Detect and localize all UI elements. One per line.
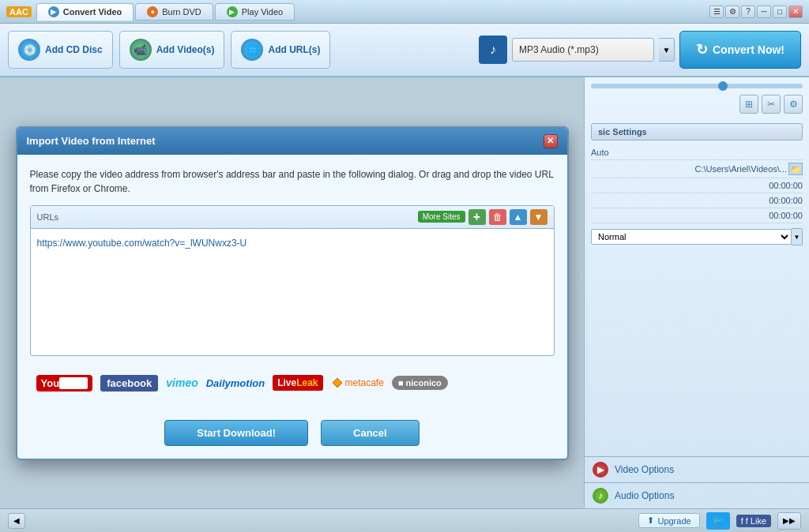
settings-path-value: C:\Users\Ariel\Videos\... xyxy=(591,164,787,174)
url-area: URLs More Sites + 🗑 ▲ ▼ https://www.yout… xyxy=(30,205,555,356)
convert-now-label: Convert Now! xyxy=(713,43,785,56)
status-nav-right[interactable]: ▶▶ xyxy=(777,512,801,530)
window-maximize-btn[interactable]: □ xyxy=(773,6,787,18)
dailymotion-logo[interactable]: Dailymotion xyxy=(206,377,265,389)
facebook-like-button[interactable]: f f Like xyxy=(736,515,771,527)
window-settings-btn[interactable]: ⚙ xyxy=(725,6,739,18)
add-video-label: Add Video(s) xyxy=(156,44,215,55)
burn-tab-icon: ● xyxy=(147,6,158,17)
twitter-button[interactable]: 🐦 xyxy=(706,512,730,530)
add-video-button[interactable]: 📹 Add Video(s) xyxy=(119,31,225,69)
tab-play[interactable]: ▶ Play Video xyxy=(215,3,295,21)
audio-options-icon: ♪ xyxy=(593,488,608,504)
settings-auto-row: Auto xyxy=(591,145,803,160)
settings-time2-row: 00:00:00 xyxy=(591,193,803,208)
quality-slider xyxy=(591,84,803,88)
add-url-label: Add URL(s) xyxy=(268,44,320,55)
settings-time1-value: 00:00:00 xyxy=(591,181,803,190)
window-menu-btn[interactable]: ☰ xyxy=(709,6,724,18)
video-options-button[interactable]: ▶ Video Options xyxy=(585,456,809,482)
start-download-button[interactable]: Start Download! xyxy=(164,420,308,446)
liveleak-logo[interactable]: LiveLeak xyxy=(273,375,322,391)
convert-now-button[interactable]: ↻ Convert Now! xyxy=(679,31,801,69)
right-panel-icons: ⊞ ✂ ⚙ xyxy=(591,95,803,114)
add-video-icon: 📹 xyxy=(130,39,152,61)
tab-burn[interactable]: ● Burn DVD xyxy=(135,3,213,21)
cut-icon-btn[interactable]: ✂ xyxy=(762,95,781,114)
toolbar: 💿 Add CD Disc 📹 Add Video(s) 🌐 Add URL(s… xyxy=(0,24,809,77)
cancel-button[interactable]: Cancel xyxy=(321,420,420,446)
quality-select[interactable]: Normal xyxy=(591,229,792,245)
browse-button[interactable]: 📁 xyxy=(788,163,803,175)
format-selector: ♪ MP3 Audio (*.mp3) ▼ ↻ Convert Now! xyxy=(479,31,801,69)
settings-time3-value: 00:00:00 xyxy=(591,211,803,220)
settings-time3-row: 00:00:00 xyxy=(591,208,803,223)
dialog-body: Please copy the video address from brows… xyxy=(17,155,567,414)
format-dropdown-arrow[interactable]: ▼ xyxy=(659,38,675,62)
tab-convert[interactable]: ▶ Convert Video xyxy=(36,3,134,21)
settings-auto-label: Auto xyxy=(591,148,609,157)
more-sites-button[interactable]: More Sites xyxy=(418,211,465,223)
url-label: URLs xyxy=(37,212,59,222)
url-up-button[interactable]: ▲ xyxy=(510,209,527,225)
site-logos: YouTube facebook vimeo Dailymotion LiveL… xyxy=(30,365,555,401)
convert-tab-icon: ▶ xyxy=(48,6,59,17)
fb-icon: f xyxy=(741,516,743,526)
add-url-button[interactable]: 🌐 Add URL(s) xyxy=(231,31,330,69)
youtube-logo[interactable]: YouTube xyxy=(36,375,93,392)
import-dialog: Import Video from Internet ✕ Please copy… xyxy=(16,126,569,460)
dialog-description: Please copy the video address from brows… xyxy=(30,167,555,196)
url-input-area[interactable]: https://www.youtube.com/watch?v=_lWUNwxz… xyxy=(31,229,554,355)
url-down-button[interactable]: ▼ xyxy=(530,209,547,225)
facebook-logo[interactable]: facebook xyxy=(100,375,158,392)
window-controls: ☰ ⚙ ? ─ □ ✕ xyxy=(709,6,803,18)
status-nav-left[interactable]: ◀ xyxy=(8,513,25,529)
content-area: Import Video from Internet ✕ Please copy… xyxy=(0,77,584,508)
metacafe-logo[interactable]: metacafe xyxy=(331,377,384,389)
window-close-btn[interactable]: ✕ xyxy=(788,6,803,18)
right-panel: ⊞ ✂ ⚙ sic Settings Auto C:\Users\Ariel\V… xyxy=(584,77,809,508)
dialog-footer: Start Download! Cancel xyxy=(17,414,567,459)
video-options-label: Video Options xyxy=(615,464,674,475)
url-actions: More Sites + 🗑 ▲ ▼ xyxy=(418,209,547,225)
slider-track[interactable] xyxy=(591,84,803,88)
upgrade-arrow-icon: ⬆ xyxy=(647,515,654,526)
niconico-logo[interactable]: ■ niconico xyxy=(392,376,448,390)
settings-section-label: sic Settings xyxy=(591,123,803,140)
music-icon[interactable]: ♪ xyxy=(479,36,507,64)
tab-burn-label: Burn DVD xyxy=(162,7,201,17)
dialog-close-button[interactable]: ✕ xyxy=(544,134,558,148)
app-logo: AAC xyxy=(6,6,32,17)
url-add-button[interactable]: + xyxy=(468,209,486,225)
dialog-header: Import Video from Internet ✕ xyxy=(17,128,567,155)
settings-icon-btn[interactable]: ⚙ xyxy=(784,95,803,114)
slider-thumb[interactable] xyxy=(718,81,728,91)
quality-select-arrow[interactable]: ▼ xyxy=(792,228,803,245)
title-tabs: ▶ Convert Video ● Burn DVD ▶ Play Video xyxy=(36,3,295,21)
tab-play-label: Play Video xyxy=(242,7,283,17)
settings-time2-value: 00:00:00 xyxy=(591,196,803,205)
add-cd-icon: 💿 xyxy=(18,39,40,61)
settings-time1-row: 00:00:00 xyxy=(591,178,803,193)
copy-icon-btn[interactable]: ⊞ xyxy=(739,95,758,114)
play-tab-icon: ▶ xyxy=(227,6,238,17)
title-bar-left: AAC ▶ Convert Video ● Burn DVD ▶ Play Vi… xyxy=(6,3,295,21)
status-bar: ◀ ⬆ Upgrade 🐦 f f Like ▶▶ xyxy=(0,508,809,532)
upgrade-button[interactable]: ⬆ Upgrade xyxy=(638,513,699,528)
window-minimize-btn[interactable]: ─ xyxy=(757,6,771,18)
url-text-value: https://www.youtube.com/watch?v=_lWUNwxz… xyxy=(37,238,247,249)
add-cd-label: Add CD Disc xyxy=(45,44,103,55)
tab-convert-label: Convert Video xyxy=(63,7,122,17)
add-url-icon: 🌐 xyxy=(241,39,263,61)
title-bar: AAC ▶ Convert Video ● Burn DVD ▶ Play Vi… xyxy=(0,0,809,24)
status-right: ⬆ Upgrade 🐦 f f Like ▶▶ xyxy=(638,512,801,530)
add-cd-button[interactable]: 💿 Add CD Disc xyxy=(8,31,113,69)
audio-options-button[interactable]: ♪ Audio Options xyxy=(585,482,809,508)
quality-select-row: Normal ▼ xyxy=(591,228,803,245)
window-help-btn[interactable]: ? xyxy=(741,6,755,18)
twitter-icon: 🐦 xyxy=(712,515,724,526)
url-delete-button[interactable]: 🗑 xyxy=(489,209,506,225)
vimeo-logo[interactable]: vimeo xyxy=(166,377,198,389)
format-dropdown[interactable]: MP3 Audio (*.mp3) xyxy=(512,38,654,62)
metacafe-icon xyxy=(331,377,344,389)
